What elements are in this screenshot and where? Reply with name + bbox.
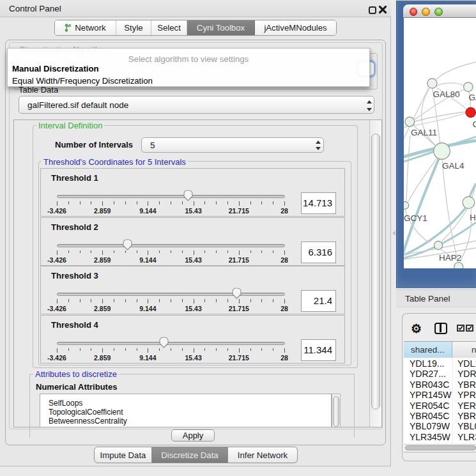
- network-node-gal80[interactable]: [427, 79, 437, 88]
- gear-icon[interactable]: ⚙: [411, 321, 422, 336]
- attributes-list-scrollbar-thumb[interactable]: [333, 396, 339, 427]
- tab-label: Select: [157, 23, 181, 33]
- table-bottom-edge: [404, 451, 476, 452]
- slider-tick-label: 15.43: [185, 305, 201, 312]
- dropdown-option-equal-width[interactable]: Equal Width/Frequency Discretization: [12, 76, 153, 86]
- cell-shared-name: YBR045C: [410, 411, 449, 421]
- cell-shared-name: YLR345W: [410, 432, 450, 442]
- column-header-shared-name[interactable]: shared...: [404, 342, 452, 358]
- horizontal-scrollbar-thumb[interactable]: [405, 445, 476, 450]
- slider-thumb[interactable]: [183, 190, 193, 201]
- slider-tick-label: 9.144: [139, 207, 156, 215]
- bottom-tab-bar: Impute DataDiscretize DataInfer Network: [94, 447, 298, 463]
- slider-track[interactable]: [57, 195, 285, 198]
- table-data-combobox-value: galFiltered.sif default node: [27, 100, 128, 110]
- network-node-gal11[interactable]: [405, 117, 415, 127]
- slider-track[interactable]: [57, 244, 285, 247]
- slider-tick-label: 15.43: [185, 256, 201, 264]
- tab-label: jActiveMNodules: [264, 23, 326, 33]
- number-of-intervals-label: Number of Intervals: [55, 140, 133, 150]
- slider-tick-label: 9.144: [139, 354, 156, 362]
- minimize-traffic-light[interactable]: [422, 8, 430, 16]
- column-header-name[interactable]: n: [452, 342, 476, 358]
- interval-definition-title: Interval Definition: [36, 121, 104, 130]
- threshold-value-field[interactable]: 11.344: [301, 339, 336, 361]
- checkbox-icon[interactable]: [457, 325, 464, 332]
- table-data-combobox[interactable]: galFiltered.sif default node: [19, 96, 374, 114]
- dropdown-option-manual-discretization[interactable]: Manual Discretization: [12, 64, 99, 73]
- network-node[interactable]: [454, 263, 463, 269]
- threshold-label: Threshold 3: [51, 271, 98, 280]
- bottom-tab-discretize-data[interactable]: Discretize Data: [152, 447, 228, 463]
- cell-shared-name: YER054C: [410, 401, 449, 411]
- slider-track[interactable]: [57, 342, 285, 345]
- tab-network[interactable]: Network: [55, 20, 116, 35]
- slider-track[interactable]: [57, 293, 285, 296]
- cell-shared-name: YDR27...: [410, 369, 446, 379]
- network-node-label: HAP2: [439, 253, 461, 263]
- tab-label: Cyni Toolbox: [197, 23, 245, 33]
- bottom-tab-impute-data[interactable]: Impute Data: [94, 447, 152, 463]
- algorithm-dropdown-prompt: Select algorithm to view settings: [8, 54, 369, 64]
- attribute-list-item[interactable]: BetweennessCentrality: [49, 417, 127, 426]
- network-edge[interactable]: [437, 83, 464, 86]
- control-panel-window: Control Panel NetworkStyleSelectCyni Too…: [0, 0, 391, 466]
- network-edge[interactable]: [406, 135, 410, 202]
- network-edge[interactable]: [442, 160, 458, 262]
- network-node-ga[interactable]: [464, 82, 473, 91]
- tab-label: Network: [75, 23, 105, 33]
- slider-tick-label: 28: [280, 305, 288, 312]
- slider-thumb[interactable]: [159, 337, 169, 348]
- columns-icon[interactable]: [434, 323, 447, 334]
- number-of-intervals-combobox[interactable]: 5: [141, 137, 324, 153]
- slider-tick-label: 28: [280, 256, 288, 264]
- network-icon: [65, 24, 72, 32]
- split-pane-handle-icon[interactable]: [392, 231, 395, 236]
- tab-cyni-toolbox[interactable]: Cyni Toolbox: [187, 20, 255, 35]
- vertical-scrollbar-thumb[interactable]: [371, 134, 380, 410]
- tab-select[interactable]: Select: [151, 20, 187, 35]
- tab-jactivemnodules[interactable]: jActiveMNodules: [255, 20, 336, 35]
- checkbox-icon[interactable]: [466, 325, 473, 332]
- network-node-label: C: [473, 119, 476, 129]
- tab-style[interactable]: Style: [116, 20, 151, 35]
- attributes-group-title: Attributes to discretize: [33, 369, 119, 379]
- network-node-hap2[interactable]: [434, 241, 442, 249]
- network-node-gcy1[interactable]: [404, 202, 409, 210]
- network-node-c[interactable]: [466, 107, 475, 117]
- slider-tick-label: 21.715: [229, 305, 249, 312]
- slider-tick-label: 15.43: [185, 207, 201, 215]
- attribute-list-item[interactable]: SelfLoops: [49, 399, 82, 408]
- close-traffic-light[interactable]: [410, 8, 418, 16]
- close-icon[interactable]: [378, 5, 387, 14]
- cell-name: YBL0: [457, 421, 476, 431]
- threshold-value-field[interactable]: 21.4: [301, 290, 336, 312]
- network-edge[interactable]: [436, 62, 476, 79]
- slider-tick-label: 21.715: [229, 207, 249, 215]
- network-edge[interactable]: [404, 158, 439, 255]
- network-canvas[interactable]: GAL80GACGAL11GAL4GCY1HHAP2: [404, 18, 476, 268]
- attribute-list-item[interactable]: TopologicalCoefficient: [49, 408, 123, 417]
- zoom-traffic-light[interactable]: [434, 8, 443, 16]
- float-window-icon[interactable]: [369, 6, 376, 14]
- slider-thumb[interactable]: [232, 288, 242, 299]
- threshold-value-field[interactable]: 6.316: [301, 242, 336, 263]
- table-panel-title: Table Panel: [405, 294, 450, 303]
- table-header-row: shared... n: [404, 341, 476, 358]
- algorithm-dropdown-popup: Select algorithm to view settings Manual…: [7, 48, 370, 87]
- threshold-value-field[interactable]: 14.713: [301, 192, 336, 214]
- threshold-label: Threshold 4: [51, 320, 98, 330]
- node-table: shared... n YDL19...YDL1YDR27...YDR2YBR0…: [404, 341, 476, 451]
- threshold-label: Threshold 1: [51, 173, 98, 183]
- slider-thumb[interactable]: [123, 239, 132, 250]
- bottom-tab-infer-network[interactable]: Infer Network: [228, 447, 298, 463]
- network-edge[interactable]: [404, 127, 410, 139]
- table-body: YDL19...YDL1YDR27...YDR2YBR043CYBR0YPR14…: [404, 358, 476, 444]
- slider-tick-label: 2.859: [94, 256, 111, 264]
- network-node-h[interactable]: [463, 197, 475, 209]
- numerical-attributes-list[interactable]: SelfLoopsTopologicalCoefficientBetweenne…: [40, 394, 332, 427]
- tab-label: Style: [124, 23, 142, 33]
- network-node-gal4[interactable]: [434, 143, 450, 160]
- cell-name: YER0: [457, 401, 476, 411]
- apply-button[interactable]: Apply: [171, 429, 215, 441]
